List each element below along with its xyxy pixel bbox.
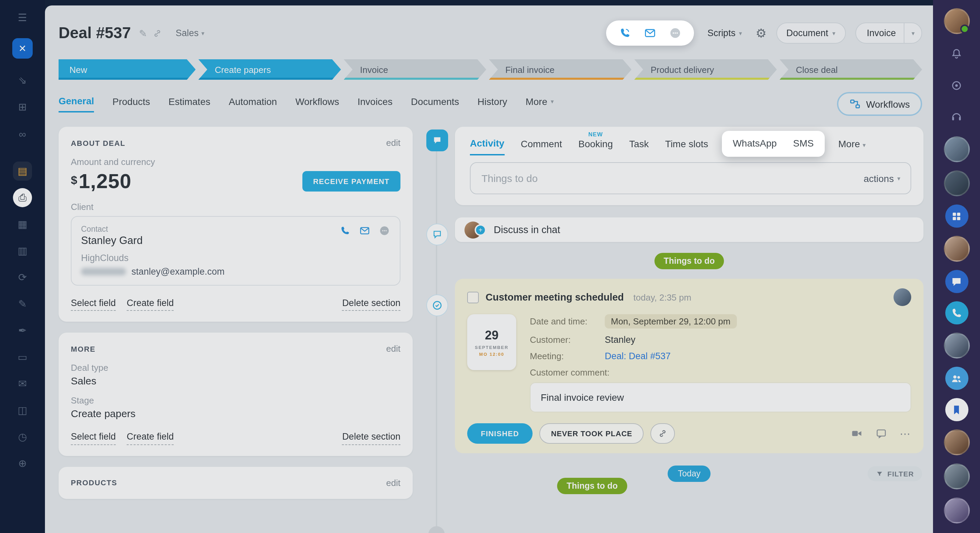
copy-link-button[interactable]: [651, 423, 675, 444]
scripts-dropdown[interactable]: Scripts ▾: [703, 27, 746, 39]
today-badge[interactable]: Today: [668, 466, 711, 482]
delete-section-link[interactable]: Delete section: [342, 297, 401, 311]
tab-sms[interactable]: SMS: [793, 138, 814, 154]
mail-icon[interactable]: ✉: [13, 374, 32, 393]
invoice-chevron-button[interactable]: ▾: [904, 23, 921, 43]
stage-invoice[interactable]: Invoice: [344, 59, 486, 80]
stage-create-papers[interactable]: Create papers: [199, 59, 341, 80]
clock-icon[interactable]: ◷: [13, 428, 32, 447]
tab-more[interactable]: More ▾: [525, 96, 554, 112]
select-field-link[interactable]: Select field: [71, 431, 116, 445]
tab-estimates[interactable]: Estimates: [169, 96, 210, 112]
chat-avatar[interactable]: [943, 429, 969, 455]
document-dropdown[interactable]: Document ▾: [776, 22, 845, 44]
never-took-place-button[interactable]: NEVER TOOK PLACE: [539, 423, 644, 444]
group-chat-icon[interactable]: [945, 204, 968, 228]
apps-icon[interactable]: ▦: [13, 215, 32, 234]
tab-workflows[interactable]: Workflows: [295, 96, 339, 112]
contact-name[interactable]: Stanley Gard: [81, 235, 143, 247]
comment-icon[interactable]: [875, 428, 888, 440]
channel-chat-icon[interactable]: [945, 270, 968, 293]
notifications-bell-icon[interactable]: [945, 42, 968, 65]
stage-product-delivery[interactable]: Product delivery: [635, 59, 777, 80]
actions-dropdown[interactable]: actions ▾: [864, 173, 900, 184]
close-button[interactable]: ✕: [12, 38, 33, 59]
create-field-link[interactable]: Create field: [127, 431, 173, 445]
messenger-icon[interactable]: [945, 73, 968, 97]
chat-avatar[interactable]: [943, 171, 969, 196]
stage-close-deal[interactable]: Close deal: [780, 59, 922, 80]
calendar-month: SEPTEMBER: [475, 345, 509, 349]
tab-booking[interactable]: NEW Booking: [579, 138, 613, 155]
globe-icon[interactable]: ⊕: [13, 454, 32, 473]
tab-history[interactable]: History: [477, 96, 507, 112]
chat-avatar[interactable]: [943, 463, 969, 489]
edit-title-icon[interactable]: ✎: [139, 28, 147, 38]
finished-button[interactable]: FINISHED: [467, 423, 533, 444]
responsible-avatar[interactable]: [894, 288, 911, 306]
sync-icon[interactable]: ⟳: [13, 268, 32, 287]
link-icon[interactable]: ∞: [13, 124, 32, 143]
chat-avatar[interactable]: [943, 236, 969, 262]
tab-task[interactable]: Task: [629, 138, 649, 155]
tab-invoices[interactable]: Invoices: [358, 96, 393, 112]
phone-icon[interactable]: [339, 225, 351, 236]
sign-document-icon[interactable]: ✒: [13, 321, 32, 340]
chat-avatar[interactable]: [943, 333, 969, 359]
select-field-link[interactable]: Select field: [71, 297, 116, 311]
menu-icon[interactable]: ☰: [13, 8, 32, 27]
chat-button[interactable]: [668, 27, 681, 40]
chat-icon[interactable]: [379, 225, 390, 236]
edit-link[interactable]: edit: [386, 344, 401, 354]
discuss-in-chat-bar[interactable]: + Discuss in chat: [455, 217, 923, 242]
pipeline-selector[interactable]: Sales ▾: [172, 27, 209, 39]
print-icon[interactable]: ⎙: [13, 188, 32, 207]
invoice-button[interactable]: Invoice: [856, 23, 904, 43]
calls-phone-icon[interactable]: [945, 301, 968, 324]
card-icon[interactable]: ▭: [13, 348, 32, 367]
tab-documents[interactable]: Documents: [411, 96, 459, 112]
pages-icon[interactable]: ▤: [13, 161, 32, 180]
complete-checkbox[interactable]: [467, 291, 479, 303]
edit-link[interactable]: edit: [386, 477, 401, 488]
contact-email[interactable]: stanley@example.com: [131, 266, 225, 277]
chat-avatar[interactable]: [943, 136, 969, 162]
call-button[interactable]: [618, 27, 631, 40]
tab-comment[interactable]: Comment: [521, 138, 562, 155]
tab-whatsapp[interactable]: WhatsApp: [733, 138, 777, 154]
copy-link-icon[interactable]: [153, 28, 162, 38]
deal-link[interactable]: Deal: Deal #537: [605, 351, 671, 361]
stage-final-invoice[interactable]: Final invoice: [489, 59, 632, 80]
tab-automation[interactable]: Automation: [229, 96, 277, 112]
workflows-button[interactable]: Workflows: [837, 92, 922, 116]
email-icon[interactable]: [359, 225, 371, 236]
tab-activity[interactable]: Activity: [470, 138, 504, 155]
stage-new[interactable]: New: [59, 59, 196, 80]
tab-time-slots[interactable]: Time slots: [665, 138, 708, 155]
meeting-title[interactable]: Customer meeting scheduled: [485, 292, 624, 303]
receive-payment-button[interactable]: RECEIVE PAYMENT: [302, 171, 401, 191]
chat-avatar[interactable]: [943, 498, 969, 523]
todo-input[interactable]: [470, 162, 911, 194]
chart-icon[interactable]: ◫: [13, 401, 32, 420]
user-avatar[interactable]: [943, 8, 969, 34]
team-users-icon[interactable]: [945, 367, 968, 390]
filter-button[interactable]: FILTER: [868, 466, 922, 481]
cart-icon[interactable]: ▥: [13, 241, 32, 260]
video-call-icon[interactable]: [851, 428, 863, 440]
tab-general[interactable]: General: [59, 96, 94, 112]
saved-bookmark-icon[interactable]: [945, 398, 968, 421]
create-field-link[interactable]: Create field: [127, 297, 173, 311]
pencil-icon[interactable]: ✎: [13, 294, 32, 314]
support-headset-icon[interactable]: [945, 105, 968, 128]
tab-more[interactable]: More ▾: [838, 138, 866, 155]
email-button[interactable]: [643, 27, 656, 40]
open-window-icon[interactable]: ⊞: [13, 97, 32, 116]
add-participant-icon[interactable]: +: [475, 224, 486, 236]
more-actions-icon[interactable]: ⋯: [900, 427, 911, 440]
settings-gear-icon[interactable]: ⚙: [756, 26, 767, 41]
edit-link[interactable]: edit: [386, 138, 401, 148]
tab-products[interactable]: Products: [112, 96, 150, 112]
delete-section-link[interactable]: Delete section: [342, 431, 401, 445]
tasks-icon[interactable]: ⇘: [13, 71, 32, 90]
